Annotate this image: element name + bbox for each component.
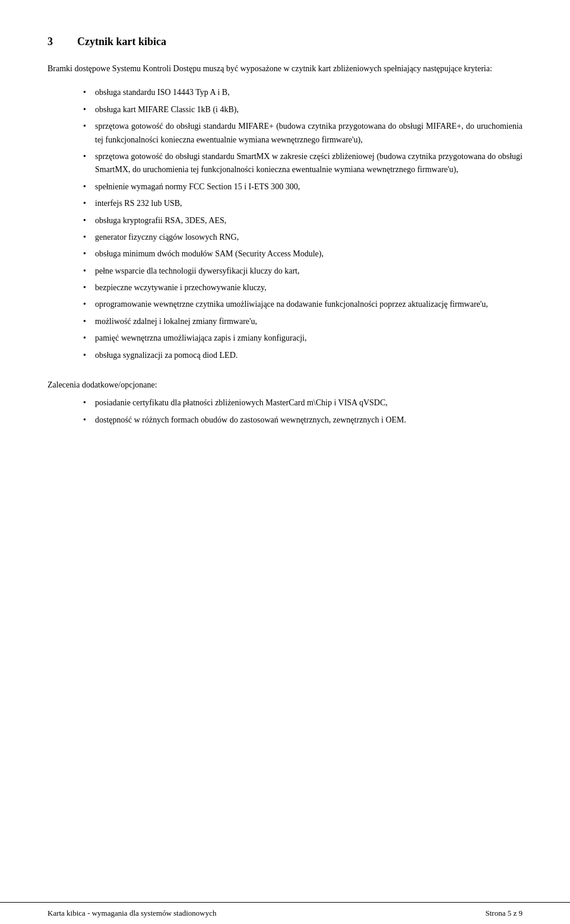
section-title: Czytnik kart kibica — [77, 36, 166, 48]
list-item: oprogramowanie wewnętrzne czytnika umożl… — [83, 298, 522, 311]
list-item: spełnienie wymagań normy FCC Section 15 … — [83, 180, 522, 193]
list-item: obsługa standardu ISO 14443 Typ A i B, — [83, 86, 522, 99]
list-item: pełne wsparcie dla technologii dywersyfi… — [83, 265, 522, 278]
intro-text: Bramki dostępowe Systemu Kontroli Dostęp… — [48, 62, 522, 75]
list-item: obsługa sygnalizacji za pomocą diod LED. — [83, 349, 522, 362]
footer-right-text: Strona 5 z 9 — [486, 909, 522, 918]
section-header: 3 Czytnik kart kibica — [48, 36, 522, 48]
additional-section: Zalecenia dodatkowe/opcjonane: posiadani… — [48, 379, 522, 427]
list-item: bezpieczne wczytywanie i przechowywanie … — [83, 281, 522, 294]
list-item: obsługa kart MIFARE Classic 1kB (i 4kB), — [83, 103, 522, 116]
list-item: możliwość zdalnej i lokalnej zmiany firm… — [83, 315, 522, 328]
list-item: sprzętowa gotowość do obsługi standardu … — [83, 120, 522, 147]
list-item: posiadanie certyfikatu dla płatności zbl… — [83, 396, 522, 409]
requirements-list: obsługa standardu ISO 14443 Typ A i B, o… — [83, 86, 522, 362]
list-item: interfejs RS 232 lub USB, — [83, 197, 522, 210]
list-item: generator fizyczny ciągów losowych RNG, — [83, 231, 522, 244]
list-item: obsługa minimum dwóch modułów SAM (Secur… — [83, 247, 522, 261]
list-item: sprzętowa gotowość do obsługi standardu … — [83, 150, 522, 177]
section-number: 3 — [48, 36, 59, 48]
footer: Karta kibica - wymagania dla systemów st… — [0, 902, 570, 924]
page: 3 Czytnik kart kibica Bramki dostępowe S… — [0, 0, 570, 924]
list-item: pamięć wewnętrzna umożliwiająca zapis i … — [83, 332, 522, 345]
list-item: dostępność w różnych formach obudów do z… — [83, 414, 522, 427]
additional-label: Zalecenia dodatkowe/opcjonane: — [48, 379, 522, 392]
list-item: obsługa kryptografii RSA, 3DES, AES, — [83, 214, 522, 227]
content-area: 3 Czytnik kart kibica Bramki dostępowe S… — [0, 0, 570, 902]
footer-left-text: Karta kibica - wymagania dla systemów st… — [48, 909, 216, 918]
additional-list: posiadanie certyfikatu dla płatności zbl… — [83, 396, 522, 427]
